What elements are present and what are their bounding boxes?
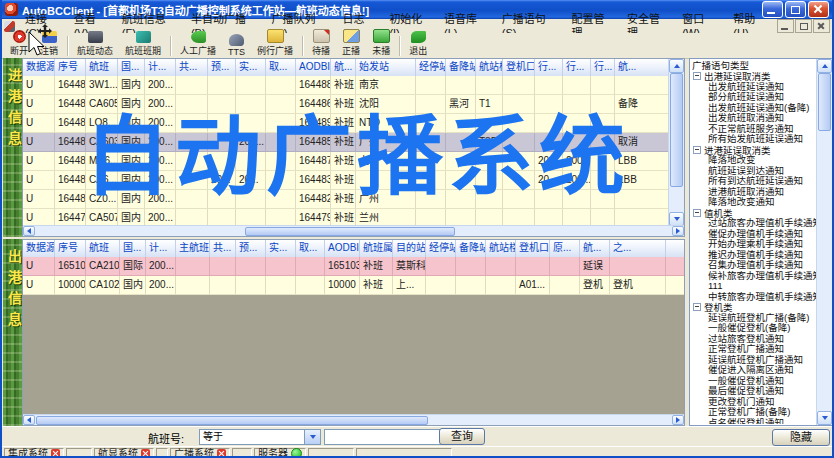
column-header[interactable]: 共... [210,240,236,257]
close-button[interactable] [808,1,829,18]
collapse-icon[interactable] [693,209,701,217]
column-header[interactable]: 取... [266,59,296,76]
table-row[interactable]: U1644883W1...国内200...164488补班南京 [23,76,669,95]
toolbar-routine-broadcast-button[interactable]: 例行广播 [251,32,299,58]
tree-item[interactable]: 延误航班登机广播(备降) [692,313,816,324]
column-header[interactable]: 航... [615,59,671,76]
column-header[interactable]: 航班 [86,240,120,257]
column-header[interactable]: 备降站 [456,240,486,257]
tree-item[interactable]: 出发航班延误通知(备降) [692,103,816,114]
search-button[interactable]: 查询 [439,428,485,445]
tree-item[interactable]: 一般催促登机(备降) [692,323,816,334]
table-row[interactable]: U164483CA6...国内200...200.20...164483补班20… [23,171,669,190]
column-header[interactable]: 登机口 [516,240,550,257]
column-header[interactable]: 始发站 [356,59,416,76]
tree-category-3[interactable]: 登机类 [692,302,816,313]
toolbar-unplayed-button[interactable]: 未播 [366,32,396,58]
column-header[interactable]: 原... [550,240,580,257]
flight-number-operator-select[interactable]: 等于 [199,429,321,445]
column-header[interactable]: 航... [331,59,356,76]
column-header[interactable]: AODBID [296,59,331,76]
column-header[interactable]: 备降站 [446,59,476,76]
tree-item[interactable]: 更改登机门通知 [692,397,816,408]
tree-vertical-scrollbar[interactable] [816,59,832,425]
column-header[interactable]: 国... [120,240,146,257]
tree-item[interactable]: 延误航班登机广播通知 [692,355,816,366]
column-header[interactable]: 目的站 [393,240,426,257]
tree-item[interactable]: 111 [692,281,816,292]
column-header[interactable]: 行... [535,59,563,76]
scroll-up-icon[interactable] [669,59,684,73]
scroll-thumb[interactable] [36,416,428,425]
column-header[interactable]: 计... [145,59,176,76]
column-header[interactable]: 数据源 [23,59,55,76]
column-header[interactable]: 序号 [55,59,86,76]
tree-item[interactable]: 部分航班延误通知 [692,92,816,103]
column-header[interactable]: 主航班 [176,240,210,257]
toolbar-manual-broadcast-button[interactable]: 人工广播 [174,32,222,58]
column-header[interactable]: 预... [208,59,236,76]
arrivals-vertical-scrollbar[interactable] [668,59,684,226]
departures-horizontal-scrollbar[interactable] [23,414,684,425]
tree-item[interactable]: 开始办理乘机手续通知 [692,239,816,250]
tree-item[interactable]: 催促办理值机手续通知 [692,229,816,240]
column-header[interactable]: 数据源 [23,240,55,257]
tree-item[interactable]: 所有到达航班延误通知 [692,176,816,187]
toolbar-exit-button[interactable]: 退出 [403,32,433,58]
collapse-icon[interactable] [693,303,701,311]
scroll-left-icon[interactable] [23,226,35,236]
tree-item[interactable]: 航班延误到达通知 [692,166,816,177]
tree-category-1[interactable]: 进港延误取消类 [692,145,816,156]
scroll-left-icon[interactable] [23,415,35,425]
tree-category-2[interactable]: 值机类 [692,208,816,219]
scroll-thumb[interactable] [245,227,455,236]
collapse-icon[interactable] [693,146,701,154]
toolbar-disconnect-button[interactable]: 断开 [4,32,34,58]
collapse-icon[interactable] [693,72,701,80]
tree-item[interactable]: 一般催促登机通知 [692,376,816,387]
child-window-icon[interactable] [4,21,15,32]
table-row[interactable]: U164485CA603国内200...200...164485补班广州T3B取… [23,133,669,152]
scroll-up-icon[interactable] [817,59,832,73]
column-header[interactable]: 共... [176,59,208,76]
scroll-right-icon[interactable] [672,415,684,425]
tree-item[interactable]: 点名催促登机通知 [692,418,816,425]
column-header[interactable]: 取... [296,240,325,257]
tree-item[interactable]: 催促进入隔离区通知 [692,365,816,376]
tree-item[interactable]: 过站旅客办理值机手续通知 [692,218,816,229]
tree-category-0[interactable]: 出港延误取消类 [692,71,816,82]
tree-item[interactable]: 推迟办理值机手续通知 [692,250,816,261]
table-row[interactable]: U164482CZ0...国内200...164482补班广州 [23,190,669,209]
column-header[interactable]: 实... [266,240,296,257]
scroll-thumb[interactable] [818,73,831,131]
tree-item[interactable]: 正常登机广播通知 [692,344,816,355]
column-header[interactable]: 之... [610,240,666,257]
scroll-down-icon[interactable] [669,212,684,226]
toolbar-flight-status-button[interactable]: 航班动态 [71,32,119,58]
column-header[interactable]: 航... [580,240,610,257]
toolbar-logout-button[interactable]: 注销 [34,32,64,58]
hide-button[interactable]: 隐藏 [772,429,830,446]
tree-item[interactable]: 正常登机广播(备降) [692,407,816,418]
tree-item[interactable]: 最后催促登机通知 [692,386,816,397]
column-header[interactable]: 航班属性 [360,240,393,257]
tree-item[interactable]: 召集办理值机手续通知 [692,260,816,271]
table-row[interactable]: U164486CA605国内200...164486补班沈阳黑河T1备降 [23,95,669,114]
table-row[interactable]: U164489LO8...国内200...164489补班NTO [23,114,669,133]
column-header[interactable]: 国... [118,59,145,76]
column-header[interactable]: 登机口 [503,59,535,76]
tree-item[interactable]: 进港航班取消通知 [692,187,816,198]
column-header[interactable]: 行... [591,59,615,76]
toolbar-playing-button[interactable]: 正播 [336,32,366,58]
tree-item[interactable]: 出发航班取消通知 [692,113,816,124]
column-header[interactable]: 序号 [55,240,86,257]
toolbar-flight-schedule-button[interactable]: 航班班期 [119,32,167,58]
scroll-right-icon[interactable] [672,226,684,236]
tree-item[interactable]: 候补旅客办理值机手续通知 [692,271,816,282]
column-header[interactable]: 预... [236,240,266,257]
column-header[interactable]: 航站楼 [486,240,516,257]
column-header[interactable]: 行... [563,59,591,76]
tree-item[interactable]: 不正常航班服务通知 [692,124,816,135]
column-header[interactable]: 计... [146,240,176,257]
scroll-down-icon[interactable] [817,411,832,425]
